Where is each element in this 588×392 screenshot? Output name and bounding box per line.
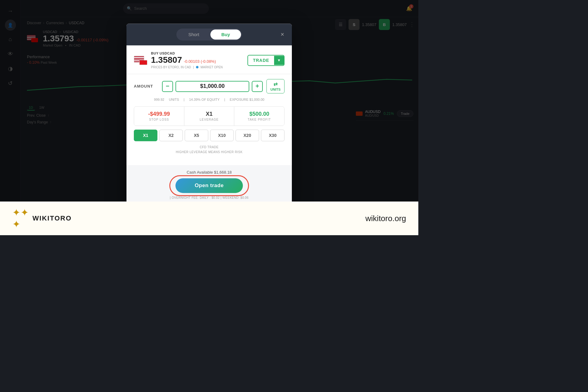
modal-asset-left: BUY USDCAD 1.35807 -0.00103 (-0.08%) PRI… [134,51,223,69]
leverage-row: X1 X2 X5 X10 X20 X30 [134,130,285,141]
units-suffix: UNITS [169,98,179,101]
modal-price-meta: PRICES BY ETORO, IN CAD | MARKET OPEN [151,66,223,69]
take-profit-cell[interactable]: $500.00 TAKE PROFIT [234,107,284,126]
modal-header: Short Buy × [126,24,292,45]
modal-price-change: -0.00103 (-0.08%) [184,59,216,64]
units-count: 999.92 [154,98,164,101]
wikitoro-icon: ✦✦✦ [12,207,29,230]
amount-increase-button[interactable]: + [252,81,263,92]
modal-buy-label: BUY USDCAD [151,51,223,55]
equity-pct: 14.39% OF EQUITY [189,98,220,101]
units-label: UNITS [270,88,281,91]
leverage-x10-button[interactable]: X10 [210,130,234,141]
modal-body: BUY USDCAD 1.35807 -0.00103 (-0.08%) PRI… [126,45,292,165]
modal-flag [134,56,147,65]
leverage-x1-button[interactable]: X1 [134,130,157,141]
tab-short-button[interactable]: Short [177,29,210,40]
leverage-label: LEVERAGE [188,118,231,121]
wikitoro-url: wikitoro.org [365,214,406,223]
open-trade-button[interactable]: Open trade [175,178,243,193]
stop-loss-cell[interactable]: -$499.99 STOP LOSS [134,107,184,126]
modal-flag-ca [139,60,147,65]
leverage-x2-button[interactable]: X2 [159,130,183,141]
cfd-notice: CFD TRADE HIGHER LEVERAGE MEANS HIGHER R… [134,145,285,155]
modal-close-button[interactable]: × [278,30,287,39]
open-trade-wrap: Open trade [134,178,285,193]
leverage-x5-button[interactable]: X5 [185,130,208,141]
modal-price-big: 1.35807 [151,55,182,65]
sltp-row: -$499.99 STOP LOSS X1 LEVERAGE $500.00 T… [134,106,285,126]
modal-footer: Cash Available $1,668.18 Open trade | OV… [126,165,292,204]
overnight-fee: | OVERNIGHT FEE: DAILY : $0.02 | WEEKEND… [134,196,285,199]
trade-dropdown[interactable]: TRADE ▼ [247,55,285,66]
amount-decrease-button[interactable]: − [162,81,173,92]
units-button[interactable]: ⇄ UNITS [266,79,285,93]
wikitoro-name: WIKITORO [32,214,72,222]
amount-controls: − + [162,81,263,92]
cfd-line1: CFD TRADE [134,145,285,150]
trade-modal: Short Buy × BUY USDCAD 1.35807 -0.00103 … [126,24,292,204]
modal-divider [126,74,292,74]
leverage-value: X1 [188,111,231,117]
modal-tab-container: Short Buy [176,28,242,40]
modal-asset-info: BUY USDCAD 1.35807 -0.00103 (-0.08%) PRI… [151,51,223,69]
leverage-x30-button[interactable]: X30 [261,130,285,141]
amount-row: AMOUNT − + ⇄ UNITS [134,79,285,93]
amount-input[interactable] [175,81,249,92]
take-profit-value: $500.00 [238,111,281,117]
market-open-dot [196,66,198,68]
leverage-cell[interactable]: X1 LEVERAGE [184,107,235,126]
amount-stats: 999.92 UNITS | 14.39% OF EQUITY | EXPOSU… [134,96,285,103]
wikitoro-logo: ✦✦✦ WIKITORO [12,207,72,230]
cash-available: Cash Available $1,668.18 [134,170,285,175]
leverage-x20-button[interactable]: X20 [236,130,259,141]
trade-dropdown-arrow-icon: ▼ [274,56,284,65]
wikitoro-footer: ✦✦✦ WIKITORO wikitoro.org [0,202,418,235]
take-profit-label: TAKE PROFIT [238,118,281,121]
stop-loss-label: STOP LOSS [138,118,180,121]
cfd-line2: HIGHER LEVERAGE MEANS HIGHER RISK [134,150,285,155]
trade-dropdown-label: TRADE [248,55,274,65]
modal-asset-row: BUY USDCAD 1.35807 -0.00103 (-0.08%) PRI… [134,51,285,69]
units-icon: ⇄ [273,81,277,87]
amount-label: AMOUNT [134,84,158,89]
exposure: EXPOSURE $1,000.00 [230,98,264,101]
stop-loss-value: -$499.99 [138,111,180,117]
tab-buy-button[interactable]: Buy [210,29,241,40]
